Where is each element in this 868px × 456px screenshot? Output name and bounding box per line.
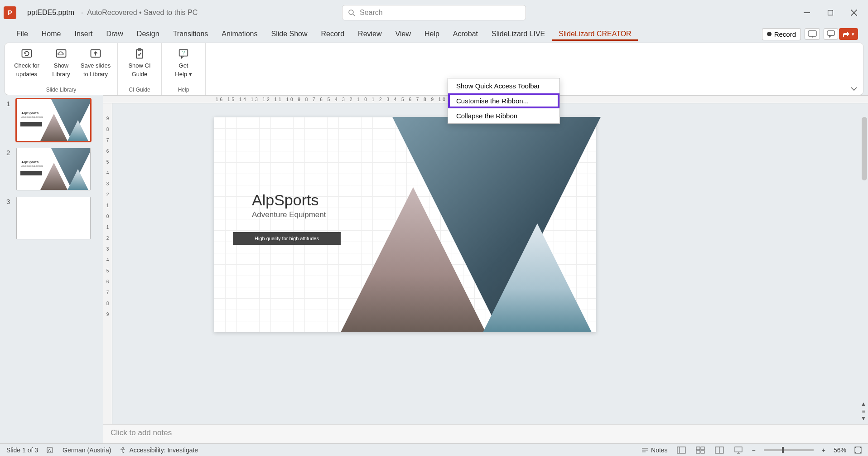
tab-help[interactable]: Help [418, 27, 446, 41]
slide-canvas[interactable]: AlpSports Adventure Equipment High quali… [214, 117, 596, 332]
check-for-updates-button[interactable]: Check forupdates [10, 46, 43, 86]
svg-rect-21 [677, 447, 685, 453]
thumbnail-number: 2 [6, 148, 13, 156]
slide-sorter-button[interactable] [695, 446, 706, 455]
ribbon-group-help: ?GetHelp ▾Help [162, 43, 206, 95]
ribbon-tab-strip: FileHomeInsertDrawDesignTransitionsAnima… [0, 25, 868, 43]
group-label: Slide Library [46, 86, 77, 94]
tab-file[interactable]: File [10, 27, 34, 41]
accessibility-icon [119, 446, 126, 454]
tab-animations[interactable]: Animations [215, 27, 264, 41]
search-box[interactable]: Search [342, 5, 526, 20]
tab-slidelizard-creator[interactable]: SlideLizard CREATOR [552, 27, 637, 41]
show-library-button[interactable]: ShowLibrary [45, 46, 77, 86]
chevron-down-icon [850, 87, 858, 91]
tab-slidelizard-live[interactable]: SlideLizard LIVE [485, 27, 551, 41]
tab-insert[interactable]: Insert [68, 27, 99, 41]
zoom-out-button[interactable]: − [752, 446, 756, 454]
context-menu-item-0[interactable]: Show Quick Access Toolbar [448, 78, 559, 93]
notes-pane[interactable]: Click to add notes [103, 424, 868, 443]
search-placeholder: Search [360, 9, 383, 17]
share-button[interactable]: ▾ [839, 28, 858, 40]
share-icon [843, 31, 850, 37]
show-ci-guide-button[interactable]: Show CIGuide [123, 46, 156, 86]
zoom-slider[interactable] [764, 449, 814, 451]
zoom-slider-knob[interactable] [782, 447, 784, 453]
present-teams-button[interactable] [805, 28, 820, 40]
slide-thumbnail-panel: 1AlpSportsAdventure Equipment2AlpSportsA… [0, 95, 103, 443]
editor-area: 16 15 14 13 12 11 10 9 8 7 6 5 4 3 2 1 0… [103, 95, 868, 443]
comment-icon [827, 30, 835, 38]
collapse-ribbon-chevron[interactable] [850, 87, 858, 91]
notes-toggle[interactable]: Notes [641, 446, 668, 454]
present-icon [808, 30, 817, 38]
svg-rect-6 [808, 31, 816, 36]
zoom-in-button[interactable]: + [822, 446, 825, 454]
powerpoint-app-icon: P [4, 6, 16, 19]
tab-transitions[interactable]: Transitions [167, 27, 215, 41]
comments-button[interactable] [824, 28, 838, 40]
status-bar: Slide 1 of 3 German (Austria) Accessibil… [0, 443, 868, 456]
zoom-percentage[interactable]: 56% [834, 446, 846, 454]
thumbnail-row: 1AlpSportsAdventure Equipment [6, 99, 97, 141]
close-button[interactable] [848, 7, 860, 19]
minimize-button[interactable] [801, 7, 813, 19]
svg-rect-8 [827, 31, 834, 35]
group-label: CI Guide [129, 86, 150, 94]
svg-rect-26 [701, 451, 704, 453]
thumbnail-number: 1 [6, 99, 13, 107]
maximize-button[interactable] [825, 7, 836, 19]
spellcheck-icon[interactable] [46, 446, 54, 454]
tab-draw[interactable]: Draw [100, 27, 129, 41]
slide-thumbnail-1[interactable]: AlpSportsAdventure Equipment [16, 99, 91, 141]
svg-text:?: ? [182, 49, 185, 55]
svg-rect-25 [696, 451, 700, 453]
slide-canvas-area[interactable]: AlpSports Adventure Equipment High quali… [112, 103, 868, 424]
work-area: 1AlpSportsAdventure Equipment2AlpSportsA… [0, 95, 868, 443]
language-indicator[interactable]: German (Austria) [63, 446, 111, 454]
svg-rect-24 [701, 447, 704, 450]
search-icon [348, 9, 355, 16]
slide-counter[interactable]: Slide 1 of 3 [6, 446, 38, 454]
svg-point-17 [122, 447, 124, 449]
slideshow-view-button[interactable] [733, 446, 744, 455]
normal-view-button[interactable] [676, 446, 687, 455]
save-slides-to-library-button[interactable]: Save slidesto Library [79, 46, 112, 86]
get-help--button[interactable]: ?GetHelp ▾ [167, 46, 200, 86]
record-dot-icon [767, 32, 772, 36]
vertical-scrollbar[interactable] [861, 103, 868, 424]
thumbnail-number: 3 [6, 197, 13, 205]
thumbnail-row: 3 [6, 197, 97, 239]
tab-review[interactable]: Review [352, 27, 388, 41]
tab-home[interactable]: Home [35, 27, 68, 41]
ribbon-context-menu: Show Quick Access ToolbarCustomise the R… [448, 78, 560, 124]
window-controls [801, 7, 864, 19]
accessibility-status[interactable]: Accessibility: Investigate [119, 446, 198, 454]
tab-view[interactable]: View [389, 27, 417, 41]
tab-record[interactable]: Record [315, 27, 351, 41]
nav-divider-icon: ≡ [862, 408, 865, 414]
previous-slide-button[interactable]: ▲ [861, 401, 866, 407]
ribbon-group-slide-library: Check forupdatesShowLibrarySave slidesto… [5, 43, 118, 95]
tab-slide-show[interactable]: Slide Show [265, 27, 313, 41]
reading-view-button[interactable] [714, 446, 725, 455]
slide-title[interactable]: AlpSports [252, 191, 318, 209]
svg-rect-29 [735, 447, 742, 452]
fit-to-window-button[interactable] [854, 446, 862, 454]
slide-thumbnail-3[interactable] [16, 197, 91, 239]
document-filename: pptEDE5.pptm [27, 9, 74, 17]
title-bar: P pptEDE5.pptm - AutoRecovered • Saved t… [0, 0, 868, 25]
slide-tagline[interactable]: High quality for high attitudes [233, 232, 341, 245]
slide-nav-buttons: ▲ ≡ ▼ [859, 401, 868, 422]
tab-design[interactable]: Design [130, 27, 166, 41]
next-slide-button[interactable]: ▼ [861, 415, 866, 422]
slide-thumbnail-2[interactable]: AlpSportsAdventure Equipment [16, 148, 91, 190]
record-button[interactable]: Record [762, 28, 801, 40]
vertical-ruler: 9876543210123456789 [103, 103, 112, 424]
scrollbar-thumb[interactable] [862, 117, 867, 180]
group-label: Help [178, 86, 189, 94]
context-menu-item-2[interactable]: Collapse the Ribbon [448, 108, 559, 123]
tab-acrobat[interactable]: Acrobat [447, 27, 484, 41]
slide-subtitle[interactable]: Adventure Equipment [252, 210, 326, 219]
context-menu-item-1[interactable]: Customise the Ribbon... [448, 93, 559, 108]
